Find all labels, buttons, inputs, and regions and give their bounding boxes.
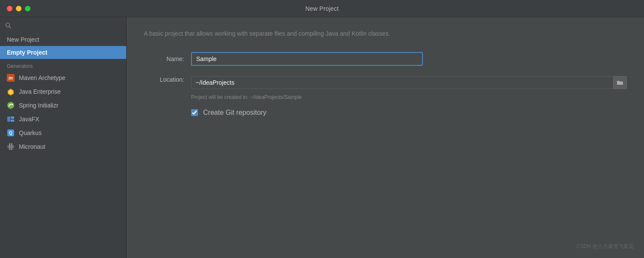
git-checkbox-row: Create Git repository	[191, 109, 627, 117]
sidebar-item-java-enterprise[interactable]: Java Enterprise	[0, 85, 126, 98]
search-icon	[5, 22, 11, 30]
sidebar-item-maven-archetype[interactable]: m Maven Archetype	[0, 71, 126, 85]
location-label: Location:	[144, 76, 191, 83]
minimize-button[interactable]	[16, 6, 21, 11]
name-input[interactable]	[191, 52, 423, 66]
sidebar-item-label: Maven Archetype	[19, 74, 65, 81]
quarkus-icon: Q	[7, 129, 15, 137]
svg-point-5	[12, 104, 13, 105]
sidebar-item-micronaut[interactable]: Micronaut	[0, 140, 126, 154]
svg-rect-7	[11, 117, 14, 119]
sidebar-item-quarkus[interactable]: Q Quarkus	[0, 126, 126, 140]
name-label: Name:	[144, 55, 191, 62]
sidebar-item-label: Java Enterprise	[19, 88, 61, 95]
folder-browse-button[interactable]	[613, 76, 627, 89]
watermark: CSDN @六月暴雪飞梨花	[576, 243, 634, 250]
sidebar-item-javafx[interactable]: JavaFX	[0, 112, 126, 126]
search-input[interactable]	[14, 23, 121, 29]
search-bar	[0, 21, 126, 33]
content-area: A basic project that allows working with…	[127, 17, 644, 258]
svg-rect-6	[7, 117, 10, 122]
sidebar-item-spring-initializr[interactable]: Spring Initializr	[0, 98, 126, 112]
title-bar: New Project	[0, 0, 644, 17]
spring-icon	[7, 101, 15, 109]
svg-rect-12	[9, 143, 10, 150]
sidebar-item-label: New Project	[7, 36, 39, 43]
svg-rect-13	[11, 143, 12, 150]
window-controls	[7, 6, 30, 11]
project-description: A basic project that allows working with…	[144, 29, 573, 38]
maven-icon: m	[7, 74, 15, 82]
maximize-button[interactable]	[25, 6, 30, 11]
svg-rect-11	[7, 145, 14, 148]
sidebar-item-label: Micronaut	[19, 143, 45, 150]
sidebar-item-label: Spring Initializr	[19, 102, 58, 109]
close-button[interactable]	[7, 6, 12, 11]
sidebar-item-new-project[interactable]: New Project	[0, 33, 126, 46]
git-checkbox-label[interactable]: Create Git repository	[203, 109, 267, 117]
micronaut-icon	[7, 143, 15, 150]
java-enterprise-icon	[7, 88, 15, 95]
folder-icon	[617, 80, 623, 85]
generators-section-label: Generators	[0, 59, 126, 71]
javafx-icon	[7, 115, 15, 123]
svg-rect-8	[11, 120, 14, 122]
project-path-hint: Project will be created in: ~/IdeaProjec…	[191, 94, 627, 100]
sidebar-item-empty-project[interactable]: Empty Project	[0, 46, 126, 59]
svg-point-4	[7, 102, 14, 109]
sidebar-item-label: Empty Project	[7, 49, 47, 56]
name-row: Name:	[144, 52, 627, 66]
sidebar-item-label: JavaFX	[19, 116, 39, 123]
sidebar-item-label: Quarkus	[19, 129, 42, 136]
sidebar: New Project Empty Project Generators m M…	[0, 17, 127, 258]
svg-line-1	[9, 27, 11, 28]
main-layout: New Project Empty Project Generators m M…	[0, 17, 644, 258]
window-title: New Project	[305, 5, 339, 12]
location-input-wrap	[191, 76, 627, 89]
location-input[interactable]	[191, 76, 627, 89]
svg-text:Q: Q	[9, 131, 12, 135]
location-row: Location:	[144, 76, 627, 89]
git-checkbox[interactable]	[191, 109, 198, 116]
